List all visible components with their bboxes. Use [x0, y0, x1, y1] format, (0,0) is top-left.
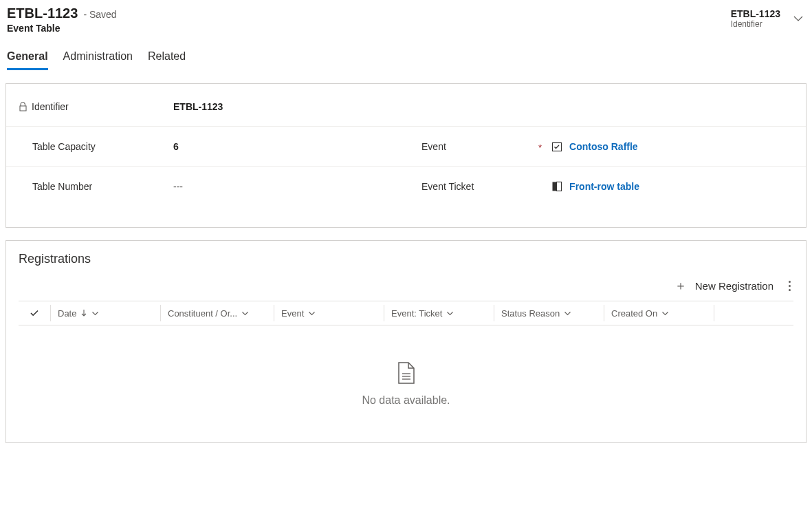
check-icon	[30, 308, 39, 318]
svg-rect-2	[557, 182, 562, 191]
identifier-value: ETBL-1123	[731, 8, 780, 19]
column-date[interactable]: Date	[50, 305, 160, 321]
identifier-field-label: Identifier	[19, 101, 173, 112]
registrations-grid-header: Date Constituent / Or... Event Event: Ti…	[19, 301, 793, 325]
column-event-label: Event	[281, 308, 304, 319]
chevron-down-icon	[564, 310, 571, 317]
identifier-label-text: Identifier	[32, 101, 69, 112]
capacity-field-label: Table Capacity	[19, 141, 173, 152]
registrations-section: Registrations ＋ New Registration Date Co…	[6, 240, 806, 443]
number-field-value[interactable]: ---	[173, 181, 183, 192]
lock-icon	[19, 102, 28, 111]
column-constituent[interactable]: Constituent / Or...	[160, 305, 274, 321]
ticket-icon	[551, 181, 562, 192]
tab-bar: General Administration Related	[6, 42, 806, 71]
calendar-check-icon	[551, 141, 562, 152]
number-field-label: Table Number	[19, 181, 173, 192]
capacity-field-value[interactable]: 6	[173, 141, 179, 152]
column-constituent-label: Constituent / Or...	[168, 308, 237, 319]
identifier-field-value[interactable]: ETBL-1123	[173, 101, 223, 112]
event-lookup[interactable]: Contoso Raffle	[551, 141, 638, 152]
sort-descending-icon	[80, 309, 87, 317]
column-event[interactable]: Event	[274, 305, 384, 321]
header-left: ETBL-1123 - Saved Event Table	[7, 6, 117, 34]
field-row-capacity-event: Table Capacity 6 Event * Contoso Raffle	[6, 127, 806, 167]
save-status: - Saved	[83, 9, 116, 20]
registrations-empty-state: No data available.	[6, 325, 806, 442]
registrations-title: Registrations	[6, 241, 806, 272]
event-field-label: Event	[421, 141, 545, 152]
identifier-label: Identifier	[731, 19, 780, 29]
entity-name: Event Table	[7, 23, 117, 34]
field-row-identifier: Identifier ETBL-1123	[6, 87, 806, 127]
field-row-number-ticket: Table Number --- Event Ticket * Front-ro…	[6, 167, 806, 206]
column-status-label: Status Reason	[501, 308, 560, 319]
chevron-down-icon	[661, 310, 669, 317]
column-status-reason[interactable]: Status Reason	[494, 305, 604, 321]
column-spacer	[714, 305, 793, 321]
new-registration-label: New Registration	[695, 280, 773, 292]
title-line: ETBL-1123 - Saved	[7, 6, 117, 21]
column-created-label: Created On	[611, 308, 657, 319]
column-ticket-label: Event: Ticket	[391, 308, 442, 319]
ticket-lookup-text: Front-row table	[569, 181, 639, 192]
chevron-down-icon	[91, 310, 99, 317]
chevron-down-icon	[446, 310, 454, 317]
chevron-down-icon	[241, 310, 249, 317]
required-indicator: *	[538, 140, 542, 153]
column-date-label: Date	[58, 308, 76, 319]
ticket-field-label: Event Ticket	[421, 181, 545, 192]
record-header: ETBL-1123 - Saved Event Table ETBL-1123 …	[6, 6, 806, 42]
chevron-down-icon[interactable]	[793, 13, 804, 24]
tab-related[interactable]: Related	[148, 50, 186, 70]
event-lookup-text: Contoso Raffle	[569, 141, 638, 152]
column-ticket[interactable]: Event: Ticket	[384, 305, 494, 321]
more-commands-button[interactable]	[786, 278, 793, 294]
tab-general[interactable]: General	[7, 50, 48, 70]
registrations-toolbar: ＋ New Registration	[6, 272, 806, 301]
record-title: ETBL-1123	[7, 6, 78, 21]
chevron-down-icon	[308, 310, 316, 317]
identifier-block: ETBL-1123 Identifier	[731, 8, 780, 29]
svg-rect-1	[553, 182, 557, 191]
empty-state-text: No data available.	[362, 394, 450, 407]
ticket-lookup[interactable]: Front-row table	[551, 181, 639, 192]
column-created-on[interactable]: Created On	[604, 305, 714, 321]
plus-icon: ＋	[674, 277, 687, 294]
header-right: ETBL-1123 Identifier	[731, 6, 804, 29]
new-registration-button[interactable]: ＋ New Registration	[674, 277, 773, 294]
document-icon	[397, 361, 416, 385]
select-all-column[interactable]	[19, 305, 50, 321]
general-section: Identifier ETBL-1123 Table Capacity 6 Ev…	[6, 83, 806, 228]
tab-administration[interactable]: Administration	[63, 50, 133, 70]
